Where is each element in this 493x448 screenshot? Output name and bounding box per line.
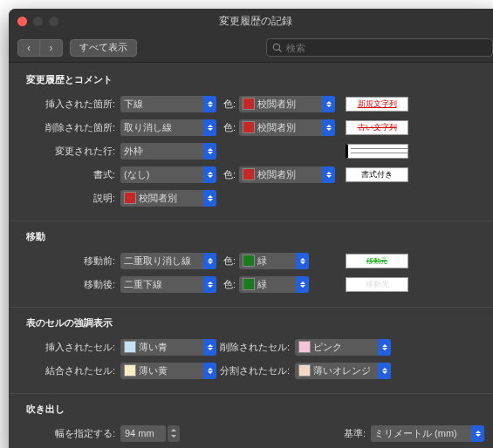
move-after-color-select[interactable]: 緑 [239,276,309,293]
unit-select[interactable]: ミリメートル (mm) [371,425,484,442]
label: 削除された箇所: [26,121,120,134]
cell-split-select[interactable]: 薄いオレンジ [295,363,391,379]
search-icon [272,43,283,53]
row-cells-2: 結合されたセル: 薄い黄 分割されたセル: 薄いオレンジ [26,360,484,381]
label: 挿入されたセル: [26,341,120,354]
chevron-updown-icon [296,276,309,293]
inserted-color-select[interactable]: 校閲者別 [239,96,335,112]
color-swatch [243,98,255,110]
row-move-after: 移動後: 二重下線 色: 緑 移動先 [26,274,484,295]
move-before-preview: 移動元 [346,254,408,268]
color-swatch [298,341,311,353]
inserted-style-select[interactable]: 下線 [120,96,216,112]
section-title: 変更履歴とコメント [26,73,484,86]
chevron-updown-icon [296,253,309,269]
traffic-lights [9,17,58,26]
chevron-updown-icon [322,119,335,136]
color-label: 色: [216,121,239,134]
divider [9,393,493,394]
chevron-updown-icon [203,253,216,269]
label: 結合されたセル: [26,364,120,377]
width-stepper[interactable] [168,425,180,442]
divider [9,221,493,221]
color-label: 色: [216,98,239,111]
section-moves: 移動 移動前: 二重取り消し線 色: 緑 移動元 移動後: 二重下線 色: 緑 … [26,230,484,295]
label: 幅を指定する: [26,427,120,440]
zoom-icon[interactable] [49,17,58,26]
section-title: 移動 [26,230,484,243]
row-format: 書式: (なし) 色: 校閲者別 書式付き [26,164,484,185]
color-swatch [243,278,255,290]
desc-select[interactable]: 校閲者別 [120,190,216,207]
cell-merged-select[interactable]: 薄い黄 [120,363,216,379]
deleted-color-select[interactable]: 校閲者別 [239,119,335,136]
label: 説明: [26,192,120,205]
search-field[interactable] [266,38,493,57]
chevron-updown-icon [203,143,216,160]
show-all-button[interactable]: すべて表示 [70,39,137,57]
step-up-icon[interactable] [168,425,180,434]
divider [9,307,493,308]
color-swatch [243,255,255,267]
label: 分割されたセル: [216,364,295,377]
section-balloon: 吹き出し 幅を指定する: 94 mm 基準: ミリメートル (mm) 余白: 右… [26,403,484,448]
move-before-select[interactable]: 二重取り消し線 [120,253,216,269]
back-button[interactable]: ‹ [17,39,40,57]
color-swatch [243,121,255,133]
color-label: 色: [216,278,239,291]
chevron-updown-icon [378,363,391,379]
move-after-select[interactable]: 二重下線 [120,276,216,293]
chevron-updown-icon [203,166,216,183]
section-title: 表のセルの強調表示 [26,316,484,329]
section-cells: 表のセルの強調表示 挿入されたセル: 薄い青 削除されたセル: ピンク 結合され… [26,316,484,381]
changed-style-select[interactable]: 外枠 [120,143,216,160]
chevron-updown-icon [203,339,216,356]
width-field[interactable]: 94 mm [120,425,166,442]
section-title: 吹き出し [26,403,484,416]
step-down-icon[interactable] [168,433,180,442]
color-swatch [124,364,136,377]
chevron-updown-icon [203,276,216,293]
changed-preview [346,144,408,159]
minimize-icon[interactable] [33,17,43,26]
chevron-updown-icon [203,363,216,379]
inserted-preview: 新規文字列 [346,97,408,112]
color-swatch [124,341,136,353]
format-style-select[interactable]: (なし) [120,166,216,183]
label: 挿入された箇所: [26,98,120,111]
row-deleted: 削除された箇所: 取り消し線 色: 校閲者別 古い文字列 [26,117,484,138]
chevron-updown-icon [322,96,335,112]
titlebar: 変更履歴の記録 [9,9,493,33]
row-cells-1: 挿入されたセル: 薄い青 削除されたセル: ピンク [26,336,484,357]
toolbar: ‹ › すべて表示 [9,33,493,63]
row-width: 幅を指定する: 94 mm 基準: ミリメートル (mm) [26,423,484,444]
format-preview: 書式付き [346,167,408,182]
cell-inserted-select[interactable]: 薄い青 [120,339,216,356]
window-title: 変更履歴の記録 [9,14,493,29]
preferences-window: 変更履歴の記録 ‹ › すべて表示 変更履歴とコメント 挿入された箇所: 下線 … [9,9,493,448]
label: 書式: [26,168,120,181]
move-after-preview: 移動先 [346,277,408,292]
close-icon[interactable] [17,17,27,26]
color-label: 色: [216,168,239,181]
deleted-style-select[interactable]: 取り消し線 [120,119,216,136]
move-before-color-select[interactable]: 緑 [239,253,309,269]
unit-label: 基準: [344,427,366,440]
cell-deleted-select[interactable]: ピンク [295,339,391,356]
format-color-select[interactable]: 校閲者別 [239,166,335,183]
chevron-updown-icon [471,425,484,442]
label: 削除されたセル: [216,341,295,354]
forward-button[interactable]: › [40,39,63,57]
content: 変更履歴とコメント 挿入された箇所: 下線 色: 校閲者別 新規文字列 削除され… [9,63,493,448]
chevron-updown-icon [378,339,391,356]
color-label: 色: [216,255,239,268]
row-desc: 説明: 校閲者別 [26,187,484,208]
label: 移動前: [26,255,120,268]
deleted-preview: 古い文字列 [346,120,408,135]
search-input[interactable] [286,43,487,53]
chevron-updown-icon [203,119,216,136]
nav-buttons: ‹ › [17,39,63,57]
row-inserted: 挿入された箇所: 下線 色: 校閲者別 新規文字列 [26,93,484,114]
chevron-updown-icon [203,96,216,112]
row-move-before: 移動前: 二重取り消し線 色: 緑 移動元 [26,250,484,271]
